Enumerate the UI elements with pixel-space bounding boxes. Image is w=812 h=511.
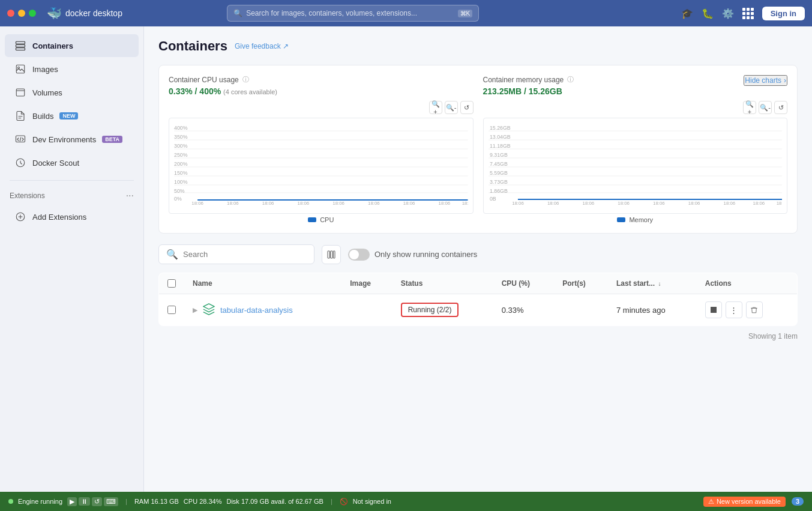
cpu-reset-btn[interactable]: ↺ bbox=[460, 101, 474, 114]
restart-button[interactable]: ↺ bbox=[92, 497, 102, 506]
table-body: ▶ tabular-data-analysis bbox=[159, 294, 798, 326]
dev-beta-badge: BETA bbox=[102, 136, 122, 143]
svg-text:350%: 350% bbox=[174, 134, 188, 140]
cpu-legend-label: CPU bbox=[320, 216, 334, 223]
svg-text:11.18GB: 11.18GB bbox=[489, 143, 510, 149]
play-button[interactable]: ▶ bbox=[67, 497, 77, 506]
svg-text:7.45GB: 7.45GB bbox=[489, 161, 507, 167]
row-status-cell: Running (2/2) bbox=[392, 294, 493, 326]
row-checkbox[interactable] bbox=[167, 306, 176, 314]
svg-text:100%: 100% bbox=[174, 179, 188, 185]
svg-rect-5 bbox=[16, 89, 25, 96]
maximize-button[interactable] bbox=[29, 10, 36, 17]
mem-chart-title-row: Container memory usage ⓘ bbox=[483, 75, 574, 84]
svg-text:18:06: 18:06 bbox=[403, 201, 415, 205]
cpu-zoom-out-btn[interactable]: 🔍- bbox=[445, 101, 458, 114]
search-icon: 🔍 bbox=[166, 249, 178, 260]
table-header-row: Name Image Status CPU (%) Port(s) Last s… bbox=[159, 273, 798, 294]
th-image: Image bbox=[341, 273, 392, 294]
search-input-wrap[interactable]: 🔍 bbox=[158, 244, 314, 264]
mem-zoom-in-btn[interactable]: 🔍+ bbox=[743, 101, 756, 114]
container-stack-icon bbox=[202, 303, 215, 318]
signin-button[interactable]: Sign in bbox=[762, 7, 805, 20]
cpu-zoom-in-btn[interactable]: 🔍+ bbox=[429, 101, 442, 114]
svg-text:18:06: 18:06 bbox=[191, 201, 203, 205]
extensions-more-icon[interactable]: ··· bbox=[126, 190, 134, 201]
select-all-checkbox[interactable] bbox=[167, 279, 176, 288]
extensions-label: Extensions bbox=[10, 192, 45, 200]
svg-text:18:06: 18:06 bbox=[653, 201, 665, 205]
sidebar-divider bbox=[10, 180, 134, 181]
sidebar-item-images[interactable]: Images bbox=[5, 58, 139, 80]
svg-text:250%: 250% bbox=[174, 152, 188, 158]
apps-grid-icon[interactable] bbox=[742, 8, 754, 19]
new-version-badge[interactable]: ⚠ New version available bbox=[703, 497, 786, 507]
svg-text:400%: 400% bbox=[174, 125, 188, 131]
status-sep1: | bbox=[125, 498, 127, 505]
expand-arrow-icon[interactable]: ▶ bbox=[193, 306, 197, 314]
search-icon: 🔍 bbox=[233, 9, 242, 17]
cpu-status: CPU 28.34% bbox=[184, 498, 222, 505]
cpu-chart-panel: Container CPU usage ⓘ 0.33% / 400% (4 co… bbox=[169, 75, 474, 223]
sidebar-item-volumes[interactable]: Volumes bbox=[5, 81, 139, 104]
container-name-link[interactable]: tabular-data-analysis bbox=[220, 306, 293, 315]
terminal-button[interactable]: ⌨ bbox=[104, 497, 118, 506]
sidebar-item-containers[interactable]: Containers bbox=[5, 34, 139, 57]
th-actions: Actions bbox=[697, 273, 798, 294]
svg-text:0%: 0% bbox=[174, 196, 182, 202]
minimize-button[interactable] bbox=[18, 10, 25, 17]
svg-text:1.86GB: 1.86GB bbox=[489, 188, 507, 194]
svg-text:18:06: 18:06 bbox=[547, 201, 559, 205]
cpu-chart-legend: CPU bbox=[169, 216, 474, 223]
sidebar-images-label: Images bbox=[32, 65, 58, 74]
no-signin-icon: 🚫 bbox=[340, 498, 348, 506]
stop-button[interactable] bbox=[705, 301, 722, 318]
row-checkbox-cell bbox=[159, 294, 185, 326]
traffic-lights bbox=[7, 10, 36, 17]
svg-text:3.73GB: 3.73GB bbox=[489, 179, 507, 185]
sidebar-item-dev-environments[interactable]: Dev Environments BETA bbox=[5, 128, 139, 151]
add-extensions-label: Add Extensions bbox=[32, 213, 86, 222]
svg-text:18:06: 18:06 bbox=[462, 201, 468, 205]
dev-environments-icon bbox=[14, 133, 26, 145]
table-toolbar: 🔍 Only show running containers bbox=[158, 244, 798, 264]
statusbar: Engine running ▶ ⏸ ↺ ⌨ | RAM 16.13 GB CP… bbox=[0, 492, 812, 511]
feedback-link[interactable]: Give feedback ↗ bbox=[235, 42, 289, 50]
mem-chart-panel: Container memory usage ⓘ 213.25MB / 15.2… bbox=[483, 75, 788, 223]
mem-zoom-out-btn[interactable]: 🔍- bbox=[759, 101, 772, 114]
containers-table: Name Image Status CPU (%) Port(s) Last s… bbox=[158, 273, 798, 326]
new-version-label: New version available bbox=[717, 498, 781, 505]
more-actions-button[interactable]: ⋮ bbox=[726, 301, 742, 318]
sidebar-item-docker-scout[interactable]: Docker Scout bbox=[5, 151, 139, 174]
svg-rect-3 bbox=[16, 65, 25, 73]
running-only-toggle[interactable] bbox=[348, 249, 370, 261]
learn-icon[interactable]: 🎓 bbox=[681, 8, 693, 19]
notifications-badge[interactable]: 3 bbox=[792, 497, 804, 506]
cpu-legend-dot bbox=[308, 217, 316, 222]
search-input[interactable] bbox=[183, 250, 307, 259]
th-ports: Port(s) bbox=[554, 273, 608, 294]
table-header: Name Image Status CPU (%) Port(s) Last s… bbox=[159, 273, 798, 294]
svg-rect-64 bbox=[711, 307, 717, 313]
delete-button[interactable] bbox=[746, 301, 763, 318]
close-button[interactable] bbox=[7, 10, 14, 17]
pause-button[interactable]: ⏸ bbox=[79, 497, 90, 506]
mem-reset-btn[interactable]: ↺ bbox=[774, 101, 787, 114]
hide-charts-button[interactable]: Hide charts › bbox=[744, 75, 787, 86]
external-link-icon: ↗ bbox=[283, 42, 289, 50]
column-toggle-button[interactable] bbox=[322, 245, 341, 264]
mem-chart-value: 213.25MB / 15.26GB bbox=[483, 86, 574, 96]
sidebar-containers-label: Containers bbox=[32, 41, 73, 50]
sidebar-item-add-extensions[interactable]: Add Extensions bbox=[5, 205, 139, 228]
app-name: docker desktop bbox=[65, 8, 122, 18]
svg-rect-62 bbox=[331, 251, 332, 258]
svg-text:300%: 300% bbox=[174, 143, 188, 149]
global-search-bar[interactable]: 🔍 Search for images, containers, volumes… bbox=[227, 5, 479, 22]
containers-icon bbox=[14, 40, 26, 52]
settings-icon[interactable]: ⚙️ bbox=[722, 8, 734, 19]
sidebar-item-builds[interactable]: Builds NEW bbox=[5, 104, 139, 127]
bug-icon[interactable]: 🐛 bbox=[702, 8, 714, 19]
disk-status: Disk 17.09 GB avail. of 62.67 GB bbox=[226, 498, 323, 505]
volumes-icon bbox=[14, 86, 26, 98]
main-content: Containers Give feedback ↗ Container CPU… bbox=[144, 26, 812, 492]
